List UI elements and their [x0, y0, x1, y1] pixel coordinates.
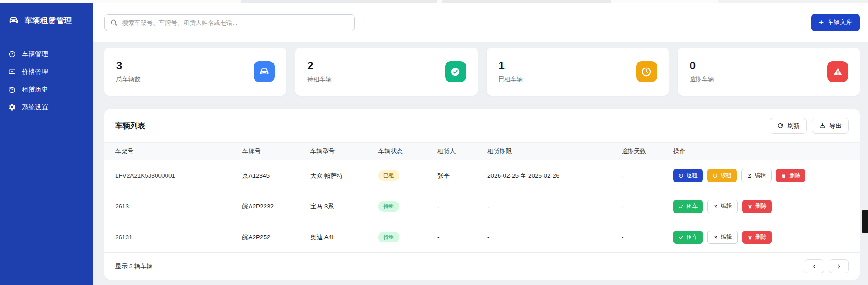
pagination [804, 259, 849, 273]
edit-label: 编辑 [721, 233, 732, 241]
col-actions: 操作 [673, 143, 860, 160]
stat-card-available: 2 待租车辆 [295, 48, 477, 96]
list-tools: 刷新 导出 [770, 118, 849, 134]
edit-vehicle-button[interactable]: 编辑 [707, 231, 738, 244]
col-period: 租赁期限 [487, 143, 622, 160]
col-renter: 租赁人 [437, 143, 487, 160]
sidebar-item-label: 租赁历史 [22, 85, 48, 94]
cell-model: 大众 帕萨特 [310, 160, 378, 191]
check-icon [678, 204, 684, 209]
money-bill-icon [8, 68, 16, 76]
delete-vehicle-button[interactable]: 删除 [742, 200, 772, 213]
table-body: LFV2A21K5J3000001 京A12345 大众 帕萨特 已租 张平 2… [104, 160, 860, 253]
add-vehicle-button[interactable]: + 车辆入库 [811, 14, 860, 31]
app-layout: 车辆租赁管理 车辆管理 价格管理 租赁历史 系统设置 [0, 3, 868, 285]
sidebar-item-settings[interactable]: 系统设置 [0, 98, 93, 116]
cell-period: - [487, 222, 622, 253]
list-footer: 显示 3 辆车辆 [104, 252, 860, 280]
vehicle-list-card: 车辆列表 刷新 导出 [104, 109, 860, 280]
chevron-left-icon [811, 263, 818, 270]
gear-icon [8, 103, 16, 111]
refresh-icon [777, 122, 784, 129]
warning-triangle-icon [827, 61, 848, 82]
cell-overdue: - [622, 160, 673, 191]
cell-status: 已租 [378, 160, 437, 191]
plus-icon: + [819, 19, 824, 26]
chevron-right-icon [836, 263, 842, 270]
edit-icon [747, 173, 752, 179]
col-overdue: 逾期天数 [622, 143, 673, 160]
chrome-strip-segment [241, 0, 437, 3]
scrollbar-thumb[interactable] [862, 210, 868, 233]
delete-vehicle-button[interactable]: 删除 [776, 169, 805, 182]
search-input[interactable] [104, 14, 355, 31]
cell-plate: 皖A2P2232 [242, 191, 310, 222]
sidebar-item-label: 价格管理 [22, 68, 48, 76]
rent-label: 租车 [687, 233, 698, 241]
trash-icon [747, 204, 753, 209]
cell-vin: 2613 [104, 191, 242, 222]
list-title: 车辆列表 [115, 121, 145, 131]
stat-card-overdue: 0 逾期车辆 [678, 48, 860, 96]
refresh-button[interactable]: 刷新 [770, 118, 807, 134]
prev-page-button[interactable] [804, 259, 824, 273]
rent-vehicle-button[interactable]: 租车 [673, 200, 703, 213]
stat-label: 逾期车辆 [690, 75, 714, 83]
export-button[interactable]: 导出 [812, 118, 849, 134]
cell-model: 宝马 3系 [310, 191, 378, 222]
return-label: 退租 [687, 172, 698, 179]
trash-icon [781, 173, 786, 179]
delete-vehicle-button[interactable]: 删除 [742, 231, 772, 244]
search-icon [110, 19, 118, 26]
trash-icon [747, 235, 753, 240]
download-icon [819, 122, 826, 129]
stat-value: 2 [307, 60, 332, 72]
undo-icon [678, 173, 684, 179]
col-vin: 车架号 [104, 143, 242, 160]
cell-overdue: - [622, 222, 673, 253]
car-icon [8, 14, 20, 26]
next-page-button[interactable] [829, 259, 849, 273]
add-vehicle-label: 车辆入库 [828, 19, 852, 27]
check-icon [678, 235, 684, 240]
cell-vin: LFV2A21K5J3000001 [104, 160, 242, 191]
edit-vehicle-button[interactable]: 编辑 [741, 169, 772, 182]
refresh-label: 刷新 [787, 122, 799, 130]
rent-vehicle-button[interactable]: 租车 [673, 231, 703, 244]
cell-actions: 退租 续租 编辑 [673, 160, 860, 191]
renew-vehicle-button[interactable]: 续租 [707, 169, 737, 182]
cell-model: 奥迪 A4L [310, 222, 378, 253]
renew-label: 续租 [721, 172, 732, 179]
return-vehicle-button[interactable]: 退租 [673, 169, 703, 182]
cell-period: 2026-02-25 至 2026-02-26 [487, 160, 622, 191]
cell-actions: 租车 编辑 删除 [673, 191, 860, 222]
table-row: 2613 皖A2P2232 宝马 3系 待租 - - - 租车 [104, 191, 860, 222]
cell-vin: 26131 [104, 222, 242, 253]
car-icon [254, 61, 275, 82]
clock-icon [636, 61, 657, 82]
sidebar-item-vehicles[interactable]: 车辆管理 [0, 45, 93, 63]
edit-label: 编辑 [755, 172, 766, 179]
sidebar-item-pricing[interactable]: 价格管理 [0, 63, 93, 81]
delete-label: 删除 [789, 172, 800, 179]
sidebar: 车辆租赁管理 车辆管理 价格管理 租赁历史 系统设置 [0, 3, 93, 285]
stat-label: 待租车辆 [307, 75, 332, 83]
app-title: 车辆租赁管理 [25, 15, 72, 26]
stat-card-rented: 1 已租车辆 [487, 48, 669, 96]
stats-row: 3 总车辆数 2 待租车辆 [104, 48, 860, 96]
stat-label: 总车辆数 [116, 75, 141, 83]
cell-status: 待租 [378, 191, 437, 222]
cell-period: - [487, 191, 622, 222]
sidebar-item-label: 车辆管理 [22, 50, 48, 58]
edit-label: 编辑 [721, 203, 732, 210]
cell-plate: 京A12345 [242, 160, 310, 191]
stat-label: 已租车辆 [499, 75, 523, 83]
status-badge: 待租 [378, 232, 399, 242]
edit-vehicle-button[interactable]: 编辑 [707, 200, 738, 213]
sidebar-item-history[interactable]: 租赁历史 [0, 81, 93, 98]
refresh-icon [712, 173, 718, 179]
status-badge: 待租 [378, 201, 399, 211]
stat-value: 3 [116, 60, 141, 72]
table-head: 车架号 车牌号 车辆型号 车辆状态 租赁人 租赁期限 逾期天数 操作 [104, 143, 860, 160]
row-count-summary: 显示 3 辆车辆 [115, 262, 153, 271]
